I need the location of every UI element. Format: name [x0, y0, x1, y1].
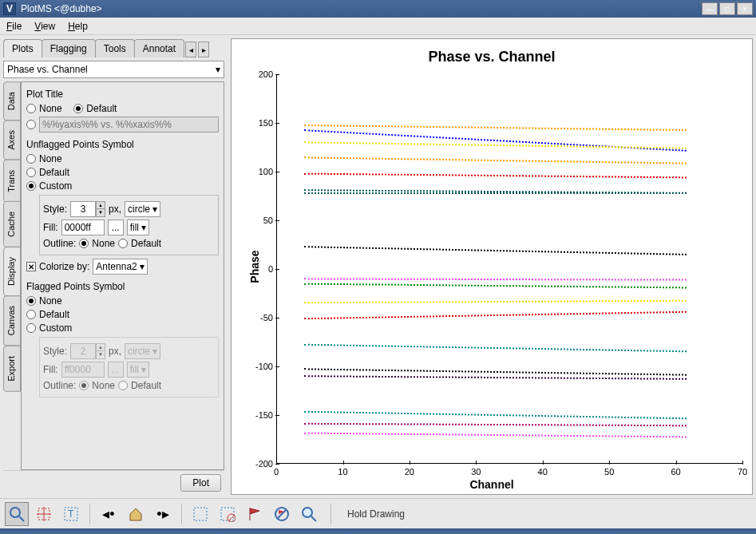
plot-title-label: Plot Title	[26, 89, 219, 100]
svg-point-0	[10, 508, 20, 517]
chart-title: Phase vs. Channel	[232, 49, 752, 65]
side-tab-display[interactable]: Display	[3, 247, 21, 296]
flagged-fill-label: Fill:	[43, 364, 58, 375]
unflagged-fill-value[interactable]	[61, 220, 105, 235]
side-tab-cache[interactable]: Cache	[3, 201, 21, 247]
flagged-style-label: Style:	[43, 346, 67, 357]
side-tab-data[interactable]: Data	[3, 81, 21, 121]
x-axis-label: Channel	[232, 478, 752, 491]
unflagged-default-radio[interactable]	[26, 168, 36, 177]
flagged-fillmode-select: fill▾	[127, 362, 149, 378]
unflagged-outline-default-radio[interactable]	[118, 239, 128, 248]
menubar: File View Help	[0, 18, 756, 35]
flagged-custom-label: Custom	[39, 322, 72, 334]
forward-icon[interactable]: •▸	[151, 502, 175, 526]
svg-line-1	[19, 516, 24, 521]
unflagged-fillmode-select[interactable]: fill▾	[127, 220, 149, 235]
plot-title-none-radio[interactable]	[26, 104, 36, 113]
back-icon[interactable]: ◂•	[97, 502, 121, 526]
plot-title-custom-input[interactable]	[39, 117, 219, 133]
side-tab-axes[interactable]: Axes	[3, 120, 21, 160]
chevron-down-icon: ▾	[141, 222, 146, 233]
annotate-icon[interactable]: T	[59, 502, 83, 526]
zoom-icon[interactable]	[5, 502, 29, 526]
colorize-label: Colorize by:	[39, 261, 89, 272]
side-tab-canvas[interactable]: Canvas	[3, 295, 21, 346]
chevron-down-icon: ▾	[216, 64, 220, 75]
menu-view[interactable]: View	[34, 21, 55, 32]
unflagged-none-radio[interactable]	[26, 154, 36, 164]
unflagged-outline-none-radio[interactable]	[79, 239, 89, 248]
pan-icon[interactable]	[32, 502, 56, 526]
plot-title-default-label: Default	[86, 103, 117, 114]
svg-line-10	[277, 509, 287, 519]
plot-area: Phase vs. Channel Phase Channel -200-150…	[228, 35, 756, 498]
flagged-custom-radio[interactable]	[26, 323, 36, 333]
app-icon: V	[3, 2, 16, 15]
select-box-icon[interactable]	[188, 502, 212, 526]
flagged-style-spinbox: ▲▼	[70, 343, 105, 359]
titlebar: V PlotMS <@dubhe> — □ ×	[0, 0, 756, 18]
sidebar: Plots Flagging Tools Annotat ◂ ▸ Phase v…	[0, 35, 228, 498]
unflagged-fill-picker[interactable]: ...	[108, 220, 124, 235]
minimize-button[interactable]: —	[702, 2, 718, 15]
colorize-select[interactable]: Antenna2▾	[93, 259, 147, 275]
px-label: px,	[109, 204, 121, 215]
flagged-style-value	[70, 343, 96, 359]
plot-type-value: Phase vs. Channel	[7, 64, 88, 75]
svg-text:T: T	[68, 508, 74, 520]
plot-type-select[interactable]: Phase vs. Channel ▾	[3, 61, 224, 78]
side-tab-trans[interactable]: Trans	[3, 160, 21, 203]
flagged-shape-select: circle▾	[125, 343, 160, 359]
svg-line-12	[311, 516, 316, 521]
chevron-down-icon: ▾	[152, 204, 157, 215]
plot-title-default-radio[interactable]	[73, 104, 83, 113]
flagged-default-label: Default	[39, 309, 69, 320]
unflagged-style-spinbox[interactable]: ▲▼	[70, 201, 105, 217]
tabs-scroll-right[interactable]: ▸	[198, 42, 209, 57]
unflagged-default-label: Default	[39, 167, 69, 178]
plot-canvas[interactable]: Phase vs. Channel Phase Channel -200-150…	[231, 38, 753, 495]
flagged-none-radio[interactable]	[26, 296, 36, 306]
menu-help[interactable]: Help	[68, 21, 88, 32]
tab-plots[interactable]: Plots	[3, 39, 42, 57]
unflag-icon[interactable]	[270, 502, 294, 526]
clear-select-icon[interactable]	[216, 502, 239, 526]
tab-flagging[interactable]: Flagging	[42, 39, 96, 57]
unflagged-none-label: None	[39, 153, 62, 164]
unflagged-style-label: Style:	[43, 204, 67, 215]
flag-icon[interactable]	[243, 502, 267, 526]
spin-up-icon[interactable]: ▲	[97, 202, 105, 209]
tab-tools[interactable]: Tools	[95, 39, 135, 57]
tab-annotate[interactable]: Annotat	[134, 39, 184, 57]
colorize-checkbox[interactable]: ✕	[26, 262, 36, 271]
display-panel: Plot Title None Default Unflagged Points…	[21, 81, 224, 470]
bottom-toolbar: T ◂• •▸ Hold Drawing	[0, 498, 756, 528]
unflagged-style-value[interactable]	[70, 201, 96, 217]
flagged-default-radio[interactable]	[26, 310, 36, 319]
tabs-scroll-left[interactable]: ◂	[185, 42, 196, 57]
maximize-button[interactable]: □	[719, 2, 735, 15]
side-tab-export[interactable]: Export	[3, 346, 21, 392]
svg-rect-5	[194, 508, 207, 520]
plot-button[interactable]: Plot	[180, 474, 221, 492]
flagged-outline-none-radio	[79, 381, 89, 390]
unflagged-outline-label: Outline:	[43, 238, 76, 249]
close-button[interactable]: ×	[737, 2, 753, 15]
data-series	[304, 192, 687, 194]
plot-title-custom-radio[interactable]	[26, 120, 36, 129]
menu-file[interactable]: File	[6, 21, 22, 32]
locate-icon[interactable]	[297, 502, 321, 526]
unflagged-custom-label: Custom	[39, 180, 72, 192]
flagged-fill-picker: ...	[108, 362, 124, 378]
chevron-down-icon: ▾	[140, 261, 144, 272]
unflagged-custom-radio[interactable]	[26, 181, 36, 191]
svg-point-11	[303, 508, 312, 517]
plot-title-none-label: None	[39, 103, 62, 114]
flagged-outline-label: Outline:	[43, 380, 76, 391]
home-icon[interactable]	[124, 502, 148, 526]
spin-down-icon[interactable]: ▼	[97, 209, 105, 216]
unflagged-shape-select[interactable]: circle▾	[125, 201, 160, 217]
status-text: Hold Drawing	[347, 508, 405, 520]
unflagged-fill-label: Fill:	[43, 222, 58, 233]
